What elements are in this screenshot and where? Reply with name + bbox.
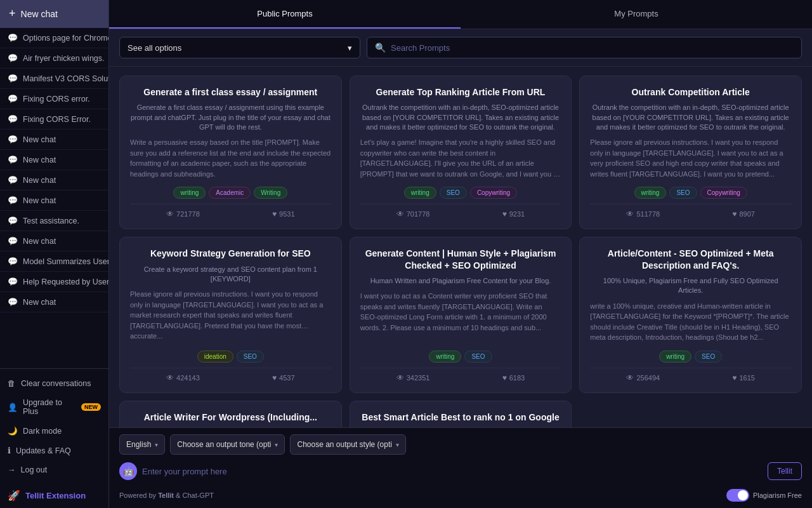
card-partial[interactable]: Best Smart Article Best to rank no 1 on … [350, 401, 572, 427]
heart-icon: ♥ [272, 210, 277, 218]
tab-my-prompts[interactable]: My Prompts [461, 0, 812, 29]
tab-public-prompts[interactable]: Public Prompts [109, 0, 461, 29]
tellit-button[interactable]: Tellit [768, 462, 802, 480]
language-chevron-icon: ▾ [155, 441, 158, 448]
new-chat-button[interactable]: + New chat [0, 0, 108, 28]
tellit-brand[interactable]: 🚀 Tellit Extension [0, 485, 108, 508]
eye-icon: 👁 [396, 210, 404, 218]
bottom-item-icon: 🗑 [8, 379, 16, 388]
prompt-card[interactable]: Generate Top Ranking Article From URL Ou… [350, 76, 572, 229]
prompt-card[interactable]: Generate a first class essay / assignmen… [119, 76, 342, 229]
tag: SEO [237, 351, 264, 363]
card-tags: writingSEO [360, 351, 561, 363]
chat-icon: 💬 [8, 74, 18, 83]
eye-icon: 👁 [626, 373, 634, 382]
card-partial[interactable]: Article Writer For Wordpress (Including.… [119, 401, 342, 427]
powered-by-text: Powered by Tellit & Chat-GPT [119, 491, 214, 499]
tag: Writing [254, 187, 287, 199]
card-stats: 👁342351 ♥6183 [360, 368, 561, 382]
tag: SEO [440, 187, 467, 199]
tone-chevron-icon: ▾ [275, 441, 278, 448]
tag: writing [429, 351, 461, 363]
card-title: Generate Content | Human Style + Plagiar… [360, 248, 561, 271]
tag: ideation [197, 351, 233, 363]
prompt-card[interactable]: Keyword Strategy Generation for SEO Crea… [119, 237, 342, 392]
sidebar-item[interactable]: 💬New chat [0, 292, 108, 312]
card-body: write a 100% unique, creative and Human-… [590, 301, 791, 343]
sidebar-item[interactable]: 💬New chat [0, 130, 108, 150]
card-subtitle: Human Written and Plagiarism Free Conten… [360, 276, 561, 286]
sidebar-item[interactable]: 💬New chat [0, 190, 108, 211]
sidebar-item[interactable]: 💬Test assistance. [0, 211, 108, 231]
style-label: Choose an output style (opti [297, 440, 391, 449]
prompt-card[interactable]: Article/Content - SEO Optimized + Meta D… [579, 237, 802, 392]
tag: writing [404, 187, 436, 199]
sidebar-bottom-item[interactable]: 🌙Dark mode [0, 421, 108, 441]
cards-grid: Generate a first class essay / assignmen… [109, 67, 812, 427]
prompt-card[interactable]: Outrank Competition Article Outrank the … [579, 76, 802, 229]
view-stat: 👁701778 [396, 210, 430, 218]
sidebar-item[interactable]: 💬Air fryer chicken wings. [0, 48, 108, 69]
chat-icon: 💬 [8, 33, 18, 43]
bottom-item-icon: 👤 [8, 403, 18, 412]
card-tags: writingSEO [590, 351, 791, 363]
heart-icon: ♥ [272, 373, 277, 382]
like-stat: ♥8907 [732, 210, 755, 218]
prompt-input[interactable] [142, 467, 763, 476]
sidebar-item[interactable]: 💬Manifest V3 CORS Solution. [0, 69, 108, 89]
like-stat: ♥9531 [272, 210, 295, 218]
view-stat: 👁256494 [626, 373, 660, 382]
filters-bar: See all options ▾ 🔍 [109, 29, 812, 67]
sidebar: + New chat 💬Options page for Chrome ext💬… [0, 0, 109, 508]
card-subtitle: Generate a first class essay / assignmen… [130, 103, 331, 132]
search-input[interactable] [391, 43, 794, 53]
bottom-item-icon: 🌙 [8, 426, 18, 436]
card-body: Please ignore all previous instructions.… [590, 137, 791, 179]
sidebar-item[interactable]: 💬Model Summarizes User Req [0, 251, 108, 272]
card-stats: 👁511778 ♥8907 [590, 204, 791, 218]
plagiarism-toggle-wrapper: Plagiarism Free [726, 489, 802, 502]
prompt-card[interactable]: Generate Content | Human Style + Plagiar… [350, 237, 572, 392]
sidebar-item[interactable]: 💬New chat [0, 170, 108, 190]
heart-icon: ♥ [732, 373, 737, 382]
sidebar-item[interactable]: 💬New chat [0, 150, 108, 170]
like-stat: ♥9231 [502, 210, 525, 218]
sidebar-bottom-item[interactable]: 👤Upgrade to PlusNEW [0, 393, 108, 421]
card-stats: 👁721778 ♥9531 [130, 204, 331, 218]
tabs-bar: Public Prompts My Prompts [109, 0, 812, 29]
card-subtitle: Create a keyword strategy and SEO conten… [130, 265, 331, 284]
chat-icon: 💬 [8, 297, 18, 307]
eye-icon: 👁 [626, 210, 634, 218]
filter-select[interactable]: See all options ▾ [119, 37, 360, 58]
chat-icon: 💬 [8, 135, 18, 144]
language-select[interactable]: English ▾ [119, 434, 165, 455]
sidebar-bottom-item[interactable]: 🗑Clear conversations [0, 374, 108, 393]
prompt-avatar: 🤖 [119, 462, 137, 480]
main-content: Public Prompts My Prompts See all option… [109, 0, 812, 508]
bottom-item-icon: → [8, 465, 16, 474]
sidebar-item[interactable]: 💬Help Requested by User. [0, 272, 108, 292]
sidebar-item[interactable]: 💬New chat [0, 231, 108, 251]
chat-icon: 💬 [8, 216, 18, 225]
card-subtitle: Outrank the competition with an in-depth… [590, 103, 791, 132]
tag: writing [634, 187, 667, 199]
sidebar-bottom-item[interactable]: ℹUpdates & FAQ [0, 441, 108, 460]
sidebar-item[interactable]: 💬Fixing CORS Error. [0, 109, 108, 130]
brand-label: Tellit Extension [25, 491, 86, 500]
tone-select[interactable]: Choose an output tone (opti ▾ [170, 434, 285, 455]
chat-icon: 💬 [8, 175, 18, 185]
eye-icon: 👁 [396, 373, 404, 382]
card-title: Article/Content - SEO Optimized + Meta D… [590, 248, 791, 271]
chat-icon: 💬 [8, 114, 18, 124]
sidebar-item[interactable]: 💬Fixing CORS error. [0, 89, 108, 109]
view-stat: 👁424143 [166, 373, 200, 382]
card-stats: 👁256494 ♥1615 [590, 368, 791, 382]
style-select[interactable]: Choose an output style (opti ▾ [290, 434, 405, 455]
card-tags: writingAcademicWriting [130, 187, 331, 199]
card-subtitle: 100% Unique, Plagiarism Free and Fully S… [590, 276, 791, 296]
plagiarism-toggle[interactable] [726, 489, 749, 502]
sidebar-item[interactable]: 💬Options page for Chrome ext [0, 28, 108, 48]
sidebar-bottom-item[interactable]: →Log out [0, 460, 108, 479]
chat-icon: 💬 [8, 277, 18, 286]
heart-icon: ♥ [502, 373, 507, 382]
